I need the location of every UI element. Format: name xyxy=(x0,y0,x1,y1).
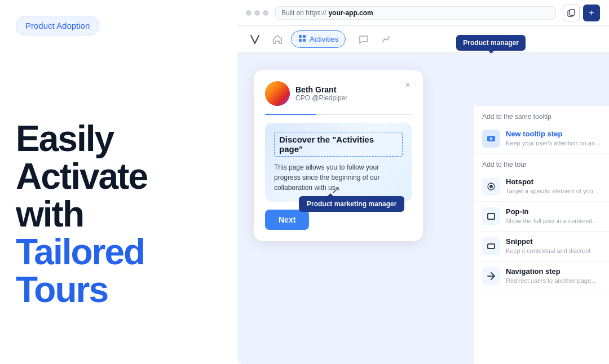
activities-tab[interactable]: Activities xyxy=(291,30,346,48)
avatar xyxy=(265,81,290,106)
snippet-item[interactable]: Snippet Keep it contextual and discreet xyxy=(474,232,609,261)
left-section: Product Adoption Easily Activate with Ta… xyxy=(0,0,237,364)
badge-label: Product Adoption xyxy=(25,21,90,30)
product-adoption-badge: Product Adoption xyxy=(16,16,99,35)
product-marketing-label: Product marketing manager xyxy=(307,200,396,208)
snippet-desc: Keep it contextual and discreet xyxy=(506,247,601,255)
hero-text: Easily Activate with Tailored Tours xyxy=(16,69,221,348)
navigation-step-desc: Redirect users to another page... xyxy=(506,277,601,285)
svg-rect-2 xyxy=(299,35,302,38)
navigation-step-content: Navigation step Redirect users to anothe… xyxy=(506,267,601,285)
home-icon[interactable] xyxy=(268,30,286,48)
svg-rect-3 xyxy=(303,35,306,38)
svg-rect-4 xyxy=(299,39,302,42)
svg-rect-11 xyxy=(488,214,494,219)
dot-red xyxy=(246,10,251,16)
svg-point-7 xyxy=(490,137,492,140)
address-bar: Built on https://your-app.com xyxy=(275,6,556,20)
activities-label: Activities xyxy=(310,35,338,43)
activities-icon xyxy=(298,34,306,44)
hotspot-icon xyxy=(482,177,500,196)
tour-title: Discover the "Activities page" xyxy=(274,132,403,157)
presenter-name: Beth Grant xyxy=(295,85,347,94)
tour-card-header: Beth Grant CPO @Piedpiper × xyxy=(265,81,412,106)
nav-bar: Activities xyxy=(237,26,609,53)
add-to-tooltip-title: Add to the same tooltip xyxy=(474,106,609,124)
presenter-info: Beth Grant CPO @Piedpiper xyxy=(295,85,347,102)
pop-in-label: Pop-in xyxy=(506,207,601,216)
svg-rect-13 xyxy=(488,245,494,248)
navigation-step-icon xyxy=(482,267,500,285)
snippet-content: Snippet Keep it contextual and discreet xyxy=(506,237,601,255)
pop-in-icon xyxy=(482,207,500,225)
navigation-step-label: Navigation step xyxy=(506,267,601,276)
tour-card: Beth Grant CPO @Piedpiper × Discover the… xyxy=(254,70,423,241)
hero-line2: Activate with xyxy=(16,158,221,233)
browser-dots xyxy=(246,10,268,16)
svg-point-8 xyxy=(489,185,493,188)
new-tooltip-step-label: New tooltip step xyxy=(506,130,601,138)
url-domain: your-app.com xyxy=(328,9,373,17)
hotspot-label: Hotspot xyxy=(506,177,601,186)
next-button[interactable]: Next xyxy=(265,210,309,230)
browser-section: Built on https://your-app.com + Product … xyxy=(237,0,609,364)
hotspot-content: Hotspot Target a specific element of you… xyxy=(506,177,601,195)
plus-icon-btn[interactable]: + xyxy=(583,5,600,21)
content-area: Beth Grant CPO @Piedpiper × Discover the… xyxy=(237,53,609,364)
dot-yellow xyxy=(254,10,260,16)
chart-icon[interactable] xyxy=(377,30,395,48)
pop-in-content: Pop-in Show the full post in a centered.… xyxy=(506,207,601,225)
navigation-step-item[interactable]: Navigation step Redirect users to anothe… xyxy=(474,261,609,291)
product-marketing-tooltip: Product marketing manager xyxy=(299,196,404,212)
avatar-image xyxy=(265,81,290,106)
hero-line3: Tailored xyxy=(16,233,221,271)
tour-content: Discover the "Activities page" This page… xyxy=(265,123,412,202)
logo-icon[interactable] xyxy=(246,30,264,48)
new-tooltip-step-desc: Keep your user's attention on an... xyxy=(506,139,601,147)
presenter-title: CPO @Piedpiper xyxy=(295,94,347,102)
snippet-label: Snippet xyxy=(506,237,601,246)
url-prefix: Built on https:// xyxy=(281,9,326,17)
pop-in-item[interactable]: Pop-in Show the full post in a centered.… xyxy=(474,202,609,232)
browser-icons: + xyxy=(563,5,600,21)
progress-fill xyxy=(265,114,316,115)
chat-icon[interactable] xyxy=(355,30,373,48)
progress-bar xyxy=(265,114,412,115)
close-button[interactable]: × xyxy=(401,79,414,91)
hotspot-item[interactable]: Hotspot Target a specific element of you… xyxy=(474,172,609,202)
svg-rect-1 xyxy=(570,10,575,15)
product-manager-label: Product manager xyxy=(463,39,519,47)
hotspot-desc: Target a specific element of you... xyxy=(506,187,601,195)
new-tooltip-step-item[interactable]: New tooltip step Keep your user's attent… xyxy=(474,124,609,154)
browser-chrome: Built on https://your-app.com + xyxy=(237,0,609,26)
dot-green xyxy=(263,10,268,16)
product-manager-tooltip: Product manager xyxy=(456,35,526,51)
pop-in-desc: Show the full post in a centered... xyxy=(506,217,601,225)
svg-rect-5 xyxy=(303,39,306,42)
add-to-tour-title: Add to the tour xyxy=(474,154,609,172)
new-tooltip-step-content: New tooltip step Keep your user's attent… xyxy=(506,130,601,147)
hero-line1: Easily xyxy=(16,120,221,158)
hero-line4: Tours xyxy=(16,271,221,309)
copy-icon-btn[interactable] xyxy=(563,5,580,21)
snippet-icon xyxy=(482,237,500,255)
right-panel: Add to the same tooltip New tooltip step… xyxy=(474,106,609,364)
tooltip-step-icon xyxy=(482,130,500,148)
